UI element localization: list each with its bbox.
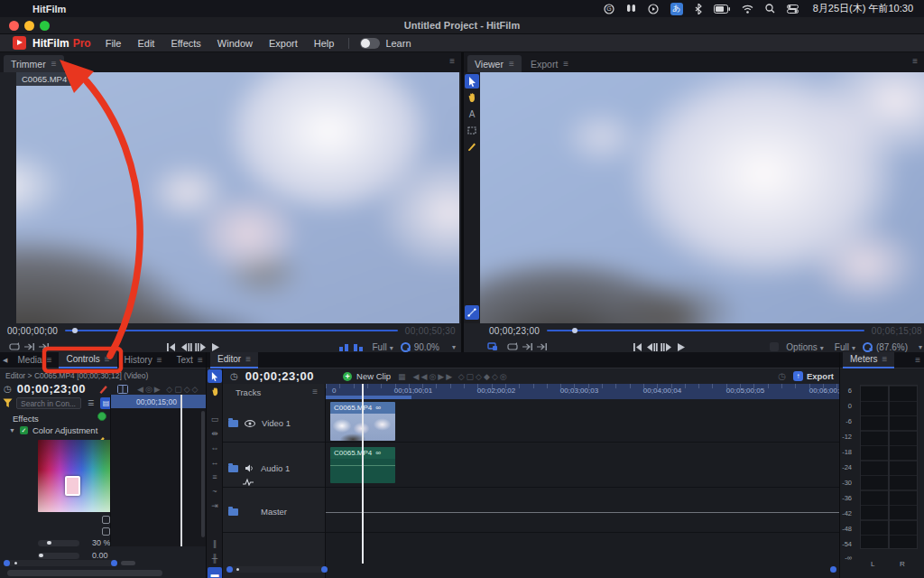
tab-editor[interactable]: Editor≡ (210, 352, 258, 368)
viewer-step-back-button[interactable] (645, 340, 660, 353)
macos-app-menu[interactable]: HitFilm (32, 4, 66, 14)
text-tool-icon[interactable]: A (465, 107, 479, 121)
controls-playhead[interactable] (180, 395, 182, 546)
trimmer-zoom-dropdown-icon[interactable]: ▾ (452, 343, 456, 351)
tab-media[interactable]: Media≡ (10, 352, 59, 368)
tracks-header[interactable]: Tracks (236, 387, 261, 397)
tabs-scroll-left-icon[interactable]: ◀ (0, 357, 10, 364)
bluetooth-icon[interactable] (695, 4, 702, 14)
param-checkbox-2[interactable] (102, 527, 110, 536)
viewer-scrub-bar[interactable] (547, 330, 864, 331)
viewer-overlay-icon[interactable] (534, 340, 549, 353)
offset-value[interactable]: 0.00 (92, 551, 108, 560)
waveform-sync-icon[interactable] (243, 478, 254, 486)
menubar-clock[interactable]: 8月25日(木) 午前10:30 (813, 2, 913, 15)
menu-window[interactable]: Window (217, 38, 253, 49)
mask-view-icon[interactable] (485, 340, 500, 353)
keyframe-nav-icons[interactable]: ◀◎▶ ◇▢◇◇ (137, 385, 199, 394)
strength-slider[interactable] (38, 540, 79, 546)
controls-timecode[interactable]: 00;00;23;00 (17, 382, 86, 396)
viewer-zoom-value[interactable]: (87.6%) (876, 342, 908, 352)
timeline-area[interactable]: 0 00;01;00;01 00;02;00;02 00;03;00;03 00… (326, 384, 839, 578)
folder-icon[interactable] (228, 465, 238, 472)
tab-history[interactable]: History≡ (117, 352, 170, 368)
viewer-loop-icon[interactable] (505, 340, 520, 353)
viewer-color-swatch[interactable] (770, 342, 779, 351)
menu-effects[interactable]: Effects (171, 38, 200, 49)
mask-rect-tool-icon[interactable] (465, 123, 479, 137)
trimmer-tab-menu-icon[interactable]: ≡ (51, 60, 57, 69)
menu-edit[interactable]: Edit (137, 38, 154, 49)
viewer-step-forward-button[interactable] (660, 340, 674, 353)
control-center-icon[interactable] (787, 5, 799, 14)
edit-value-pen-icon[interactable] (98, 384, 108, 394)
track-height-icon[interactable]: ╫ (208, 551, 222, 564)
tracks-menu-icon[interactable]: ≡ (312, 387, 318, 396)
master-track-header[interactable]: Master (228, 507, 287, 517)
viewer-go-to-start-button[interactable] (631, 340, 645, 353)
track-visibility-eye-icon[interactable] (245, 420, 255, 427)
editor-keyframe-nav-icons[interactable]: ◀◀◎▶▶ ◇▢◇◆◇◎ (413, 372, 509, 381)
orbit-tool-icon[interactable] (465, 305, 479, 320)
slice-tool-icon[interactable]: ▭ (208, 412, 222, 425)
effect-checkbox[interactable]: ✓ (20, 426, 28, 434)
spotlight-search-icon[interactable] (765, 4, 775, 14)
play-status-icon[interactable] (648, 4, 659, 14)
rate-stretch-tool-icon[interactable]: ~ (208, 484, 222, 498)
split-view-icon[interactable] (117, 385, 128, 394)
trimmer-tab[interactable]: Trimmer≡ (4, 55, 64, 72)
effects-group-header[interactable]: Effects (13, 414, 39, 424)
quality-icon-1[interactable] (337, 340, 351, 353)
editor-timecode[interactable]: 00;00;23;00 (245, 369, 314, 383)
render-clock-icon[interactable]: ◷ (778, 371, 786, 381)
editor-export-button[interactable]: ↑ Export (793, 371, 834, 381)
slip-tool-icon[interactable]: ↔ (208, 455, 222, 469)
quality-icon-2[interactable] (351, 340, 365, 353)
controls-h-scrollbar-2[interactable] (7, 570, 162, 576)
viewer-insert-icon[interactable] (520, 340, 534, 353)
pen-tool-icon[interactable] (465, 139, 479, 154)
battery-icon[interactable] (714, 5, 730, 14)
new-clip-button[interactable]: + New Clip (343, 371, 391, 381)
editor-select-tool-icon[interactable] (208, 369, 222, 383)
tab-text[interactable]: Text≡ (170, 352, 210, 368)
trimmer-video-preview[interactable]: C0065.MP4 (16, 72, 459, 323)
track-size-icon[interactable]: ∥ (208, 536, 222, 550)
strength-value[interactable]: 30 % (92, 538, 111, 547)
filter-funnel-icon[interactable] (3, 398, 13, 408)
menu-file[interactable]: File (106, 38, 122, 49)
param-checkbox-1[interactable] (102, 516, 110, 524)
slide-tool-icon[interactable]: ≡ (208, 470, 222, 483)
menu-help[interactable]: Help (314, 38, 335, 49)
timeline-playhead[interactable] (362, 384, 364, 564)
offset-slider[interactable] (38, 553, 79, 559)
viewer-play-button[interactable] (674, 340, 688, 353)
color-gradient-picker[interactable] (38, 440, 115, 512)
trimmer-zoom-value[interactable]: 90.0% (414, 342, 439, 352)
hand-tool-icon[interactable] (465, 90, 479, 105)
rolling-tool-icon[interactable]: ⇔ (208, 441, 222, 454)
wifi-icon[interactable] (742, 5, 753, 14)
audio-track-header[interactable]: Audio 1 (228, 463, 290, 473)
airpods-icon[interactable] (626, 4, 636, 14)
timeline-options-icon[interactable]: ▬ (208, 567, 222, 578)
trimmer-scrub-bar[interactable] (65, 330, 398, 331)
trimmer-fit-dropdown[interactable]: Full▾ (373, 342, 393, 352)
viewer-playhead-dot[interactable] (572, 328, 578, 333)
timeline-ruler[interactable]: 0 00;01;00;01 00;02;00;02 00;03;00;03 00… (326, 384, 839, 399)
track-audio-speaker-icon[interactable] (245, 464, 254, 472)
trimmer-panel-menu-icon[interactable]: ≡ (449, 57, 455, 66)
expand-arrow-icon[interactable]: ▼ (9, 427, 15, 434)
tab-controls[interactable]: Controls≡ (59, 352, 116, 368)
folder-icon[interactable] (228, 508, 238, 516)
export-tab-menu-icon[interactable]: ≡ (563, 60, 568, 69)
controls-h-scrollbar[interactable] (4, 560, 117, 566)
ripple-tool-icon[interactable]: ⇹ (208, 426, 222, 440)
color-selection-box[interactable] (65, 476, 80, 496)
video-track-header[interactable]: Video 1 (228, 418, 291, 428)
viewer-tab-menu-icon[interactable]: ≡ (509, 60, 514, 69)
learn-toggle[interactable] (360, 38, 380, 49)
controls-mini-ruler[interactable]: 00;00;15;00 (111, 395, 206, 408)
select-tool-icon[interactable] (465, 74, 479, 89)
controls-vertical-scrollbar[interactable] (201, 411, 205, 537)
